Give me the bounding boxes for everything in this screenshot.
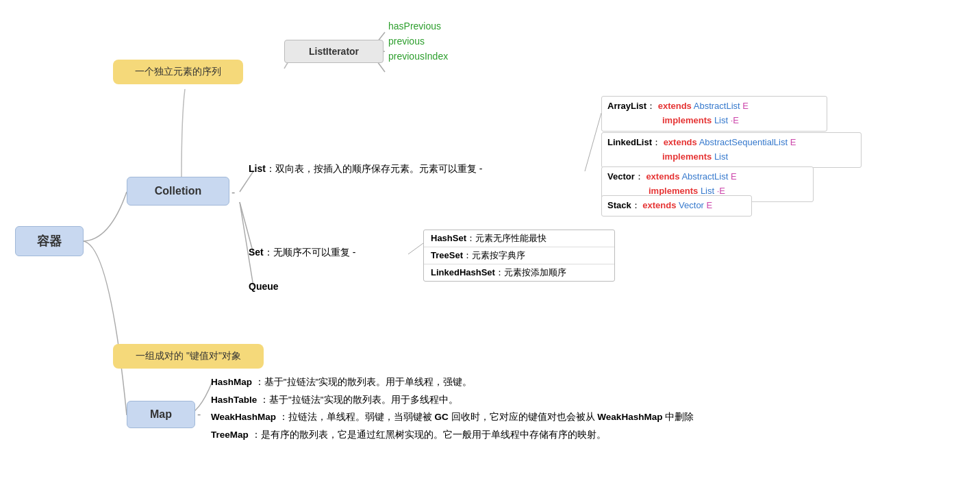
vector-row1: Vector： extends AbstractList E xyxy=(607,170,807,184)
linkedlist-row1: LinkedList： extends AbstractSequentialLi… xyxy=(607,136,855,150)
hashmap-item: HashMap ：基于"拉链法"实现的散列表。用于单线程，强键。 xyxy=(211,373,694,391)
treeset-row: TreeSet：元素按字典序 xyxy=(424,247,614,264)
list-iterator-node: ListIterator xyxy=(284,40,384,63)
treemap-item: TreeMap ：是有序的散列表，它是通过红黑树实现的。它一般用于单线程中存储有… xyxy=(211,426,694,444)
set-text: Set：无顺序不可以重复 - xyxy=(249,247,355,259)
method-previousindex: previousIndex xyxy=(388,51,448,62)
list-iterator-label: ListIterator xyxy=(309,46,359,57)
method-previous: previous xyxy=(388,36,448,47)
stack-box: Stack： extends Vector E xyxy=(601,195,752,216)
map-items: HashMap ：基于"拉链法"实现的散列表。用于单线程，强键。 HashTab… xyxy=(211,373,694,444)
svg-line-1 xyxy=(240,202,253,253)
colletion-dash: - xyxy=(231,186,235,199)
svg-line-7 xyxy=(585,113,601,171)
arraylist-row1: ArrayList： extends AbstractList E xyxy=(607,99,821,114)
container-label: 容器 xyxy=(37,233,62,249)
list-iterator-methods: hasPrevious previous previousIndex xyxy=(388,21,448,62)
queue-label: Queue xyxy=(249,281,279,292)
weakhashmap-item: WeakHashMap ：拉链法，单线程。弱键，当弱键被 GC 回收时，它对应的… xyxy=(211,408,694,426)
svg-line-2 xyxy=(240,202,253,286)
map-label: Map xyxy=(150,408,172,421)
colletion-label: Colletion xyxy=(155,185,201,197)
arraylist-box: ArrayList： extends AbstractList E implem… xyxy=(601,96,827,132)
method-hasprevious: hasPrevious xyxy=(388,21,448,32)
arraylist-row2: implements List ·E xyxy=(607,114,821,128)
sequence-bubble: 一个独立元素的序列 xyxy=(113,60,243,84)
set-items-box: HashSet：元素无序性能最快 TreeSet：元素按字典序 LinkedHa… xyxy=(423,230,615,282)
list-text: List：双向表，按插入的顺序保存元素。元素可以重复 - xyxy=(249,163,482,175)
linkedlist-box: LinkedList： extends AbstractSequentialLi… xyxy=(601,132,862,168)
map-node: Map xyxy=(127,401,195,428)
svg-line-8 xyxy=(408,243,423,254)
container-node: 容器 xyxy=(15,226,84,256)
linkedlist-row2: implements List xyxy=(607,150,855,164)
map-dash: - xyxy=(197,408,201,421)
sequence-label: 一个独立元素的序列 xyxy=(135,66,221,78)
kv-bubble: 一组成对的 "键值对"对象 xyxy=(113,344,264,369)
queue-text: Queue xyxy=(249,281,279,292)
mind-map: 容器 一个独立元素的序列 ListIterator hasPrevious pr… xyxy=(0,0,980,483)
stack-row1: Stack： extends Vector E xyxy=(607,199,746,213)
hashset-row: HashSet：元素无序性能最快 xyxy=(424,230,614,247)
linkedhashset-row: LinkedHashSet：元素按添加顺序 xyxy=(424,264,614,281)
kv-label: 一组成对的 "键值对"对象 xyxy=(136,350,241,362)
colletion-node: Colletion xyxy=(127,177,229,206)
hashtable-item: HashTable ：基于"拉链法"实现的散列表。用于多线程中。 xyxy=(211,391,694,409)
